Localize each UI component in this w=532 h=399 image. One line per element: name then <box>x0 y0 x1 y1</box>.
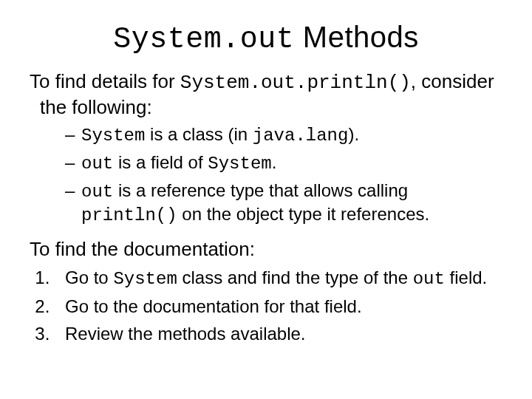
intro-code: System.out.println() <box>180 72 411 94</box>
slide-title: System.out Methods <box>30 21 502 56</box>
slide: System.out Methods To find details for S… <box>0 0 532 399</box>
bullet-code: out <box>81 182 113 202</box>
step-text: class and find the type of the <box>177 267 413 287</box>
numbered-list: Go to System class and find the type of … <box>30 266 502 346</box>
step-code: out <box>413 269 445 289</box>
step-text: field. <box>445 267 487 287</box>
bullet-code: System <box>208 154 271 174</box>
list-item: out is a field of System. <box>81 151 502 175</box>
list-item: Go to System class and find the type of … <box>55 266 502 290</box>
bullet-text: . <box>272 152 277 172</box>
list-item: Go to the documentation for that field. <box>55 295 502 318</box>
list-item: out is a reference type that allows call… <box>81 180 502 227</box>
step-text: Review the methods available. <box>65 324 306 344</box>
title-rest: Methods <box>294 21 419 53</box>
bullet-text: is a reference type that allows calling <box>113 180 408 200</box>
intro-paragraph: To find details for System.out.println()… <box>30 69 502 119</box>
list-item: System is a class (in java.lang). <box>81 123 502 147</box>
bullet-code: out <box>81 154 113 174</box>
step-text: Go to the documentation for that field. <box>65 296 362 316</box>
bullet-text: is a field of <box>113 152 208 172</box>
title-code: System.out <box>113 23 294 56</box>
bullet-text: on the object type it references. <box>177 204 430 224</box>
step-code: System <box>113 269 177 289</box>
slide-body: To find details for System.out.println()… <box>30 69 502 345</box>
intro-pre: To find details for <box>30 70 180 92</box>
bullet-text: is a class (in <box>145 124 252 144</box>
step-text: Go to <box>65 267 113 287</box>
bullet-list: System is a class (in java.lang). out is… <box>30 123 502 227</box>
bullet-code: System <box>81 126 145 146</box>
bullet-text: ). <box>348 124 359 144</box>
bullet-code: java.lang <box>253 126 349 146</box>
bullet-code: println() <box>81 205 177 225</box>
doc-heading: To find the documentation: <box>30 237 502 262</box>
list-item: Review the methods available. <box>55 322 502 345</box>
